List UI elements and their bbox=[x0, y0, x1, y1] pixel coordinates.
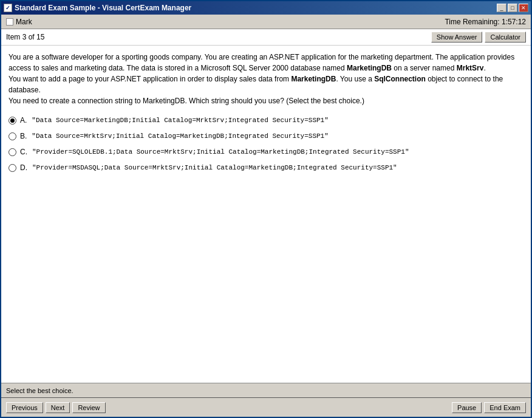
main-window: ✓ Standard Exam Sample - Visual CertExam… bbox=[0, 0, 532, 418]
radio-d[interactable] bbox=[9, 164, 16, 172]
radio-a[interactable] bbox=[9, 117, 16, 125]
question-text-1b: on a server named bbox=[392, 64, 457, 72]
question-paragraph-2: You want to add a page to your ASP.NET a… bbox=[9, 74, 523, 95]
footer-left: Previous Next Review bbox=[6, 402, 106, 413]
mark-bar: Mark Time Remaining: 1:57:12 bbox=[1, 15, 531, 29]
question-text-1c: . bbox=[483, 64, 485, 72]
question-paragraph-1: You are a software developer for a sport… bbox=[9, 52, 523, 74]
window-controls: _ □ ✕ bbox=[497, 4, 528, 12]
window-title: Standard Exam Sample - Visual CertExam M… bbox=[15, 4, 497, 12]
choice-text-b: "Data Source=MrktSrv;Initial Catalog=Mar… bbox=[32, 131, 328, 142]
choice-letter-c: C. bbox=[20, 146, 27, 157]
choice-text-a: "Data Source=MarketingDB;Initial Catalog… bbox=[32, 115, 328, 126]
bold-marketingdb-2: MarketingDB bbox=[291, 75, 336, 83]
choice-item-a[interactable]: A."Data Source=MarketingDB;Initial Catal… bbox=[9, 115, 523, 126]
question-text-2b: . You use a bbox=[336, 75, 374, 83]
choice-text-d: "Provider=MSDASQL;Data Source=MrktSrv;In… bbox=[32, 163, 397, 173]
question-area: You are a software developer for a sport… bbox=[1, 46, 531, 383]
top-bar: Item 3 of 15 Show Answer Calculator bbox=[1, 29, 531, 46]
footer: Previous Next Review Pause End Exam bbox=[1, 397, 531, 417]
close-button[interactable]: ✕ bbox=[519, 4, 528, 12]
choices-container: A."Data Source=MarketingDB;Initial Catal… bbox=[9, 115, 523, 173]
calculator-button[interactable]: Calculator bbox=[485, 32, 526, 43]
pause-button[interactable]: Pause bbox=[452, 402, 482, 413]
mark-left: Mark bbox=[6, 18, 32, 26]
status-text: Select the best choice. bbox=[6, 387, 73, 394]
next-button[interactable]: Next bbox=[46, 402, 70, 413]
app-icon: ✓ bbox=[4, 4, 12, 12]
choice-letter-d: D. bbox=[20, 162, 27, 173]
bold-sqlconnection: SqlConnection bbox=[374, 75, 426, 83]
bold-mrktsrv: MrktSrv bbox=[457, 64, 484, 72]
bold-marketingdb-1: MarketingDB bbox=[347, 64, 392, 72]
choice-letter-a: A. bbox=[20, 115, 27, 126]
top-bar-buttons: Show Answer Calculator bbox=[431, 32, 526, 43]
show-answer-button[interactable]: Show Answer bbox=[431, 32, 483, 43]
question-prompt: You need to create a connection string t… bbox=[9, 95, 523, 106]
choice-text-c: "Provider=SQLOLEDB.1;Data Source=MrktSrv… bbox=[32, 147, 409, 157]
radio-b[interactable] bbox=[9, 132, 16, 140]
title-bar: ✓ Standard Exam Sample - Visual CertExam… bbox=[1, 1, 531, 15]
content-area: Item 3 of 15 Show Answer Calculator You … bbox=[1, 29, 531, 383]
status-bar: Select the best choice. bbox=[1, 383, 531, 397]
previous-button[interactable]: Previous bbox=[6, 402, 43, 413]
choice-item-c[interactable]: C."Provider=SQLOLEDB.1;Data Source=MrktS… bbox=[9, 146, 523, 157]
radio-c[interactable] bbox=[9, 148, 16, 156]
mark-checkbox[interactable] bbox=[6, 18, 13, 26]
minimize-button[interactable]: _ bbox=[497, 4, 506, 12]
review-button[interactable]: Review bbox=[72, 402, 105, 413]
choice-item-d[interactable]: D."Provider=MSDASQL;Data Source=MrktSrv;… bbox=[9, 162, 523, 173]
item-number: Item 3 of 15 bbox=[6, 33, 44, 41]
time-remaining: Time Remaining: 1:57:12 bbox=[445, 18, 526, 26]
footer-right: Pause End Exam bbox=[452, 402, 526, 413]
choice-item-b[interactable]: B."Data Source=MrktSrv;Initial Catalog=M… bbox=[9, 131, 523, 142]
choice-letter-b: B. bbox=[20, 131, 27, 142]
question-text-2a: You want to add a page to your ASP.NET a… bbox=[9, 75, 291, 83]
end-exam-button[interactable]: End Exam bbox=[484, 402, 526, 413]
maximize-button[interactable]: □ bbox=[508, 4, 517, 12]
mark-label: Mark bbox=[16, 18, 32, 26]
